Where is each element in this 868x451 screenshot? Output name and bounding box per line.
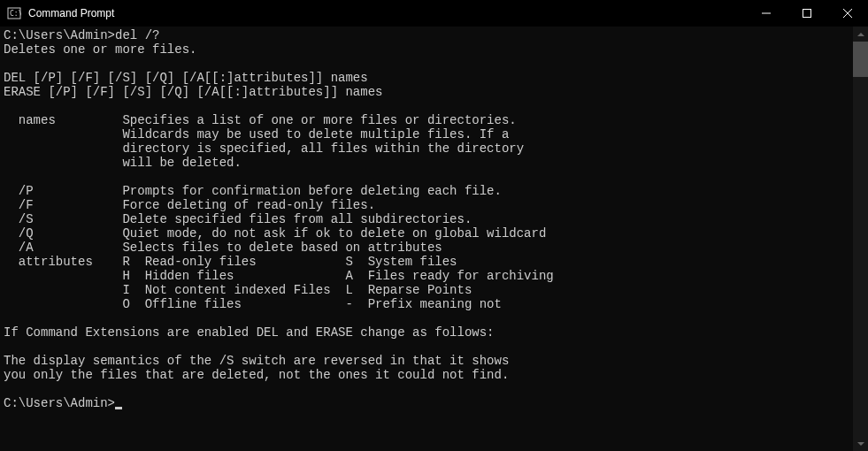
- minimize-button[interactable]: [746, 0, 787, 27]
- close-button[interactable]: [827, 0, 868, 27]
- terminal-area: C:\Users\Admin>del /? Deletes one or mor…: [0, 27, 868, 451]
- svg-text:C:\: C:\: [10, 10, 21, 18]
- scroll-up-arrow[interactable]: [853, 27, 868, 42]
- scrollbar[interactable]: [853, 27, 868, 451]
- titlebar[interactable]: C:\ Command Prompt: [0, 0, 868, 27]
- terminal-output[interactable]: C:\Users\Admin>del /? Deletes one or mor…: [0, 27, 853, 451]
- window-title: Command Prompt: [28, 7, 746, 19]
- cursor: [115, 407, 122, 409]
- scroll-thumb[interactable]: [853, 42, 868, 77]
- scroll-down-arrow[interactable]: [853, 436, 868, 451]
- maximize-button[interactable]: [787, 0, 827, 27]
- window-controls: [746, 0, 868, 27]
- cmd-icon: C:\: [7, 6, 21, 20]
- svg-rect-2: [803, 10, 811, 18]
